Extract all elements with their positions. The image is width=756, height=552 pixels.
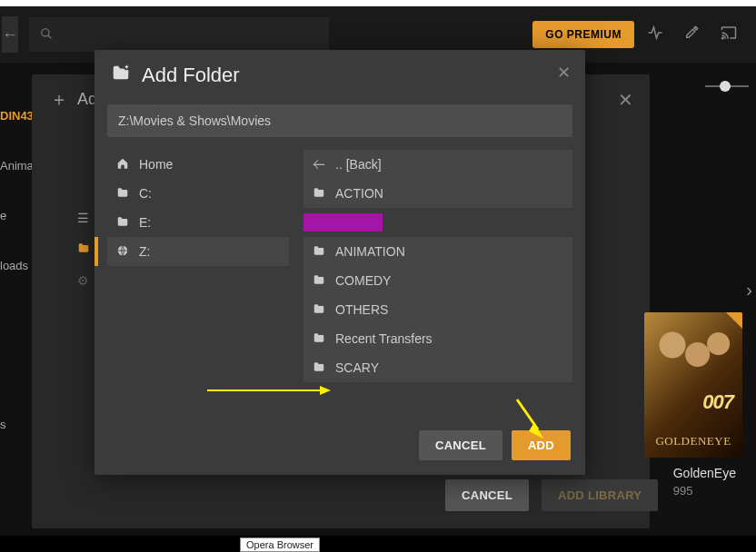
- modal-title: Add Folder: [142, 64, 240, 87]
- go-premium-button[interactable]: GO PREMIUM: [532, 21, 634, 48]
- drive-e[interactable]: E:: [107, 208, 289, 237]
- search-input[interactable]: [29, 17, 329, 52]
- folder-icon: [116, 186, 129, 202]
- drive-c[interactable]: C:: [107, 179, 289, 208]
- folder-item-redacted[interactable]: [303, 208, 572, 237]
- bg-cancel-button[interactable]: CANCEL: [445, 479, 529, 511]
- movie-poster[interactable]: 007 GOLDENEYE: [644, 312, 742, 458]
- zoom-slider[interactable]: [705, 80, 749, 93]
- folder-item[interactable]: Recent Transfers: [303, 324, 572, 353]
- bg-add-library-button: ADD LIBRARY: [542, 479, 658, 511]
- list-icon: ☰: [77, 211, 89, 225]
- add-button[interactable]: ADD: [512, 430, 571, 460]
- tools-icon[interactable]: [683, 25, 700, 45]
- poster-franchise: 007: [702, 390, 733, 414]
- svg-point-0: [42, 28, 49, 35]
- add-folder-modal: Add Folder ✕ Z:\Movies & Shows\Movies Ho…: [94, 50, 585, 475]
- home-icon: [116, 157, 129, 172]
- folder-icon: [313, 244, 325, 260]
- folder-item[interactable]: ANIMATION: [303, 237, 572, 266]
- movie-title: GoldenEye: [673, 465, 736, 483]
- folder-icon: [313, 331, 325, 347]
- folder-icon: [313, 360, 325, 376]
- folder-add-icon: [111, 63, 131, 88]
- path-input[interactable]: Z:\Movies & Shows\Movies: [107, 104, 572, 137]
- drive-home[interactable]: Home: [107, 150, 289, 179]
- svg-point-2: [722, 37, 724, 39]
- next-arrow-icon[interactable]: ›: [746, 280, 752, 301]
- folder-icon: [116, 215, 129, 231]
- folder-icon: [313, 186, 325, 202]
- svg-line-1: [48, 34, 52, 38]
- search-icon: [40, 27, 53, 43]
- close-icon[interactable]: ✕: [618, 89, 633, 111]
- taskbar-tooltip: Opera Browser: [240, 537, 320, 552]
- folder-list: 🡠.. [Back] ACTION ANIMATION COMEDY OTHER…: [303, 150, 572, 418]
- gear-icon: ⚙: [77, 273, 89, 288]
- network-icon: [116, 244, 129, 260]
- drive-list: Home C: E: Z:: [107, 150, 289, 418]
- activity-icon[interactable]: [647, 25, 663, 45]
- drive-z[interactable]: Z:: [107, 237, 289, 266]
- taskbar: [0, 536, 756, 552]
- movie-year: 995: [673, 483, 736, 499]
- back-item[interactable]: 🡠.. [Back]: [303, 150, 572, 179]
- back-button[interactable]: ←: [2, 16, 18, 53]
- close-icon[interactable]: ✕: [557, 63, 571, 83]
- folder-icon: [77, 242, 90, 257]
- folder-icon: [313, 273, 325, 289]
- plus-icon: ＋: [50, 87, 68, 112]
- folder-item[interactable]: OTHERS: [303, 295, 572, 324]
- poster-title: GOLDENEYE: [644, 434, 742, 448]
- folder-item[interactable]: SCARY: [303, 353, 572, 382]
- folder-item[interactable]: ACTION: [303, 179, 572, 208]
- cast-icon[interactable]: [720, 25, 738, 45]
- folder-icon: [313, 302, 325, 318]
- cancel-button[interactable]: CANCEL: [419, 430, 502, 460]
- back-arrow-icon: 🡠: [313, 157, 325, 172]
- folder-item[interactable]: COMEDY: [303, 266, 572, 295]
